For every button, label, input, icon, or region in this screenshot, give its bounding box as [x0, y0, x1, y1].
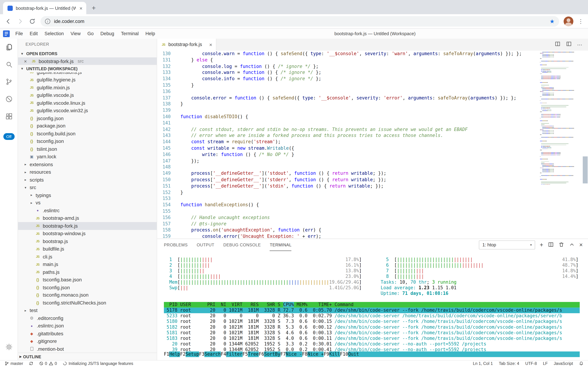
- git-branch-item[interactable]: master: [5, 361, 23, 366]
- encoding[interactable]: UTF-8: [525, 361, 537, 366]
- workspace-header[interactable]: ▾ UNTITLED (WORKSPACE): [18, 65, 157, 73]
- back-button[interactable]: [5, 17, 12, 25]
- extensions-icon[interactable]: [0, 108, 18, 125]
- tree-item[interactable]: ▣yarn.lock: [18, 153, 157, 161]
- source-control-icon[interactable]: [0, 73, 18, 91]
- terminal-select[interactable]: 1: htop ▾: [479, 240, 535, 249]
- tree-item[interactable]: JSgulpfile.hygiene.js: [18, 76, 157, 84]
- site-info-icon[interactable]: i: [45, 18, 50, 24]
- eol[interactable]: LF: [543, 361, 548, 366]
- menu-selection[interactable]: Selection: [41, 29, 67, 39]
- minimap-line: [540, 110, 582, 111]
- browser-tab[interactable]: bootstrap-fork.js — Untitled (W ×: [3, 2, 86, 14]
- search-icon[interactable]: [0, 56, 18, 73]
- panel-tab-terminal[interactable]: TERMINAL: [270, 239, 291, 251]
- tree-item[interactable]: {}tsconfig.base.json: [18, 276, 157, 284]
- tree-item[interactable]: JSbootstrap.js: [18, 237, 157, 245]
- tree-item[interactable]: {}tsconfig.strictNullChecks.json: [18, 299, 157, 307]
- tree-item[interactable]: JSgulpfile.extensions.js: [18, 72, 157, 76]
- menu-edit[interactable]: Edit: [26, 29, 41, 39]
- tree-item[interactable]: {}tsconfig.monaco.json: [18, 291, 157, 299]
- minimap-line: [540, 176, 582, 177]
- off-badge[interactable]: Off: [3, 133, 14, 140]
- tree-item[interactable]: JSgulpfile.vscode.linux.js: [18, 99, 157, 107]
- tree-item[interactable]: JSgulpfile.mixin.js: [18, 84, 157, 92]
- browser-menu-icon[interactable]: ⋮: [578, 18, 583, 25]
- profile-avatar[interactable]: [564, 16, 573, 26]
- menu-debug[interactable]: Debug: [97, 29, 117, 39]
- menu-file[interactable]: File: [12, 29, 26, 39]
- tree-item[interactable]: JSpaths.js: [18, 268, 157, 276]
- tree-item[interactable]: {}package.json: [18, 122, 157, 130]
- split-terminal-icon[interactable]: [548, 242, 554, 249]
- tree-item[interactable]: JScli.js: [18, 253, 157, 260]
- notifications-bell-icon[interactable]: [579, 361, 584, 366]
- panel-tab-problems[interactable]: PROBLEMS: [164, 239, 188, 251]
- tree-item[interactable]: JSgulpfile.vscode.win32.js: [18, 107, 157, 114]
- editor-tab-bootstrap-fork[interactable]: JS bootstrap-fork.js ×: [157, 39, 216, 51]
- tree-folder-typings[interactable]: ▸typings: [18, 191, 157, 199]
- menu-terminal[interactable]: Terminal: [118, 29, 142, 39]
- problems-item[interactable]: 0 0: [39, 361, 57, 366]
- close-icon[interactable]: ×: [209, 42, 212, 48]
- maximize-panel-icon[interactable]: [569, 242, 575, 249]
- language-status-item[interactable]: Initializing JS/TS language features: [63, 361, 133, 366]
- editor-scrollbar-thumb[interactable]: [583, 156, 588, 183]
- tree-folder-vs[interactable]: ▸vs: [18, 199, 157, 207]
- minimap[interactable]: [540, 52, 582, 185]
- tree-item[interactable]: JSbootstrap-amd.js: [18, 214, 157, 222]
- panel-tab-output[interactable]: OUTPUT: [197, 239, 215, 251]
- outline-header[interactable]: ▸ OUTLINE: [18, 353, 157, 360]
- tree-item[interactable]: JSbootstrap-fork.js: [18, 222, 157, 230]
- code-line: 145 const writable = new stream.Writable…: [157, 145, 588, 151]
- tree-item[interactable]: JSgulpfile.vscode.js: [18, 92, 157, 99]
- menu-go[interactable]: Go: [84, 29, 97, 39]
- tree-item[interactable]: {}jsconfig.json: [18, 114, 157, 122]
- address-bar[interactable]: i ide.coder.com ★: [41, 16, 559, 26]
- debug-off-icon[interactable]: [0, 90, 18, 108]
- tree-item[interactable]: JSbootstrap-window.js: [18, 230, 157, 237]
- tree-item[interactable]: {}tsconfig.json: [18, 284, 157, 291]
- open-editor-item[interactable]: ×JSbootstrap-fork.jssrc: [18, 58, 157, 65]
- tree-folder-src[interactable]: ▾src: [18, 184, 157, 191]
- panel-tab-debug-console[interactable]: DEBUG CONSOLE: [223, 239, 261, 251]
- settings-gear-icon[interactable]: [0, 338, 18, 356]
- close-panel-icon[interactable]: ×: [579, 242, 583, 248]
- open-editors-header[interactable]: ▾ OPEN EDITORS: [18, 50, 157, 58]
- tree-item[interactable]: ◆.gitignore: [18, 337, 157, 345]
- explorer-icon[interactable]: [0, 39, 18, 56]
- tab-size[interactable]: Tab Size: 4: [499, 361, 519, 366]
- tab-close-icon[interactable]: ×: [79, 5, 83, 11]
- tree-item[interactable]: .mention-bot: [18, 345, 157, 353]
- new-terminal-icon[interactable]: +: [540, 242, 543, 248]
- language-mode[interactable]: JavaScript: [554, 361, 573, 366]
- kill-terminal-trash-icon[interactable]: [558, 242, 564, 249]
- terminal[interactable]: 1 [|||||||||||| 17.8%] 5 [||||||||||||||…: [164, 251, 580, 360]
- tree-folder-resources[interactable]: ▸resources: [18, 168, 157, 176]
- forward-button[interactable]: [17, 17, 24, 25]
- code-editor[interactable]: 130 console.warn = function () { safeSen…: [157, 50, 588, 239]
- menu-view[interactable]: View: [67, 29, 84, 39]
- tree-item[interactable]: {}tsconfig.build.json: [18, 130, 157, 137]
- menu-help[interactable]: Help: [142, 29, 158, 39]
- tree-folder-test[interactable]: ▸test: [18, 307, 157, 314]
- tree-item[interactable]: {}tsconfig.json: [18, 137, 157, 145]
- tree-item[interactable]: JSmain.js: [18, 260, 157, 268]
- cursor-position[interactable]: Ln 1, Col 1: [473, 361, 493, 366]
- more-actions-icon[interactable]: ⋯: [577, 42, 583, 48]
- new-tab-button[interactable]: +: [89, 3, 99, 13]
- reload-button[interactable]: [29, 17, 36, 25]
- tree-item[interactable]: ●.eslintrc.json: [18, 322, 157, 330]
- tree-item-label: .gitignore: [37, 338, 57, 344]
- tree-item[interactable]: {}tslint.json: [18, 145, 157, 153]
- tree-item[interactable]: ◆.gitattributes: [18, 330, 157, 337]
- bookmark-star-icon[interactable]: ★: [549, 18, 555, 25]
- sync-button[interactable]: [29, 361, 33, 366]
- tree-folder-scripts[interactable]: ▸scripts: [18, 176, 157, 184]
- split-editor-icon[interactable]: [555, 41, 561, 48]
- tree-folder-extensions[interactable]: ▸extensions: [18, 161, 157, 168]
- tree-item[interactable]: ⚙.editorconfig: [18, 314, 157, 322]
- tree-item[interactable]: JSbuildfile.js: [18, 245, 157, 253]
- tree-item[interactable]: ●.eslintrc: [18, 207, 157, 214]
- toggle-layout-icon[interactable]: [566, 41, 572, 48]
